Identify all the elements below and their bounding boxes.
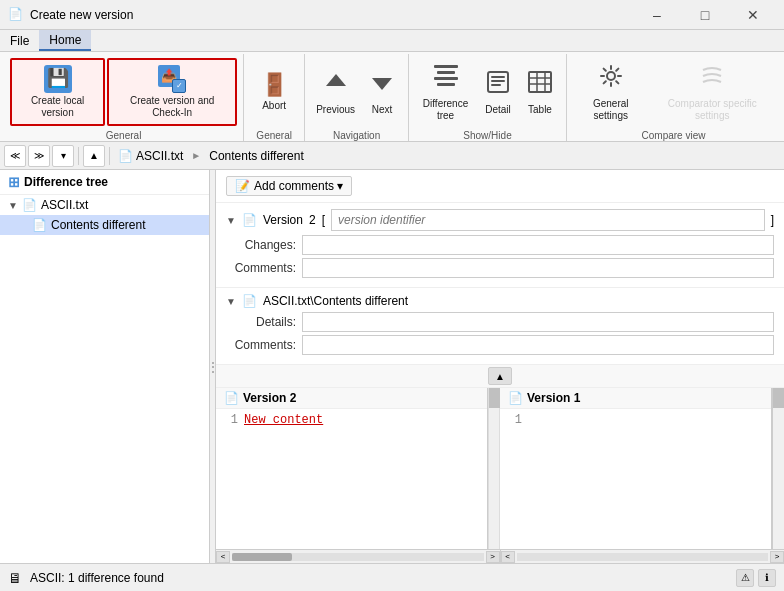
svg-point-15 [607,72,615,80]
breadcrumb-file[interactable]: 📄 ASCII.txt [114,148,187,164]
scroll-right-v2[interactable]: > [486,551,500,563]
line-row-v2-1: 1 New content [220,413,483,427]
status-text: ASCII: 1 difference found [30,571,164,585]
next-icon [368,68,396,102]
info-badge[interactable]: ℹ [758,569,776,587]
tree-root-label: ASCII.txt [41,198,88,212]
minimize-button[interactable]: – [634,0,680,30]
status-app-icon: 🖥 [8,570,22,586]
comparator-icon [698,62,726,96]
forward-button[interactable]: ≫ [28,145,50,167]
version-bracket-close: ] [771,213,774,227]
compare-scroll-top: ▲ [216,365,784,388]
details-input[interactable] [302,312,774,332]
breadcrumb-contents[interactable]: Contents different [205,148,308,164]
compare-panel-v1-content: 1 [500,409,771,549]
compare-panel-v1-title: Version 1 [527,391,580,405]
compare-scrollbar-right [488,388,500,549]
h-scroll-track-v1 [517,553,769,561]
menu-file[interactable]: File [0,30,39,51]
menu-home[interactable]: Home [39,30,91,51]
gear-icon [597,62,625,96]
file-comments-input[interactable] [302,335,774,355]
create-local-version-button[interactable]: 💾 Create local version [10,58,105,126]
line-num-v1-1: 1 [504,413,522,427]
version-collapse-btn[interactable]: ▼ [226,215,236,226]
version-id-input[interactable] [331,209,765,231]
abort-button[interactable]: 🚪 Abort [250,58,298,126]
scroll-up-button[interactable]: ▲ [488,367,512,385]
compare-panel-version1-header: 📄 Version 1 [500,388,771,409]
svg-rect-2 [434,65,458,68]
add-comments-button[interactable]: 📝 Add comments ▾ [226,176,352,196]
general-settings-button[interactable]: General settings [573,58,649,126]
h-scroll-v1: < > [501,550,785,563]
svg-rect-5 [437,83,455,86]
compare-panels: 📄 Version 2 1 New content [216,388,784,549]
ribbon-group-label-nav: Navigation [333,128,380,143]
version-section: ▼ 📄 Version 2 [ ] Changes: Comments: [216,203,784,288]
comments-row: Comments: [226,258,774,278]
file-path-label: ASCII.txt\Contents different [263,294,408,308]
svg-marker-0 [326,74,346,86]
version-doc-icon: 📄 [242,213,257,227]
file-icon: 📄 [118,149,133,163]
comments-label: Comments: [226,261,296,275]
compare-panel-version1: 📄 Version 1 1 [500,388,772,549]
abort-icon: 🚪 [261,72,288,98]
back-button[interactable]: ≪ [4,145,26,167]
tree-header: ⊞ Difference tree [0,170,209,195]
svg-rect-9 [491,84,501,86]
tree-root-node[interactable]: ▼ 📄 ASCII.txt [0,195,209,215]
svg-rect-3 [437,71,455,74]
table-button[interactable]: Table [520,58,560,126]
tree-header-label: Difference tree [24,175,108,189]
comments-input[interactable] [302,258,774,278]
changes-input[interactable] [302,235,774,255]
compare-panel-v1-icon: 📄 [508,391,523,405]
next-button[interactable]: Next [362,58,402,126]
file-section: ▼ 📄 ASCII.txt\Contents different Details… [216,288,784,365]
changes-row: Changes: [226,235,774,255]
scroll-right-v1[interactable]: > [770,551,784,563]
svg-rect-10 [529,72,551,92]
compare-panel-version2-header: 📄 Version 2 [216,388,487,409]
app-icon: 📄 [8,7,24,23]
version-bracket-open: [ [322,213,325,227]
create-version-checkin-button[interactable]: 📤 ✓ Create version and Check-In [107,58,237,126]
dropdown-button[interactable]: ▾ [52,145,74,167]
svg-rect-7 [491,76,505,78]
right-scrollbar-thumb [773,388,784,408]
warning-badge[interactable]: ⚠ [736,569,754,587]
close-button[interactable]: ✕ [730,0,776,30]
window-controls: – □ ✕ [634,0,776,30]
file-icon-small: 📄 [242,294,257,308]
tree-child-node[interactable]: 📄 Contents different [0,215,209,235]
compare-panel-v2-icon: 📄 [224,391,239,405]
status-right: ⚠ ℹ [736,569,776,587]
up-button[interactable]: ▲ [83,145,105,167]
scroll-left-v2[interactable]: < [216,551,230,563]
left-panel: ⊞ Difference tree ▼ 📄 ASCII.txt 📄 Conten… [0,170,210,563]
ribbon-group-label-abort: General [256,128,292,143]
ribbon-group-buttons-general: 💾 Create local version 📤 ✓ Create versio… [8,54,239,128]
scroll-left-v1[interactable]: < [501,551,515,563]
detail-icon [484,68,512,102]
detail-button[interactable]: Detail [478,58,518,126]
difference-tree-button[interactable]: Difference tree [415,58,476,126]
changes-label: Changes: [226,238,296,252]
comparator-settings-button[interactable]: Comparator specific settings [650,58,774,126]
file-collapse-btn[interactable]: ▼ [226,296,236,307]
status-bar: 🖥 ASCII: 1 difference found ⚠ ℹ [0,563,784,591]
line-content-v2-1: New content [244,413,323,427]
previous-button[interactable]: Previous [311,58,360,126]
right-scrollbar [772,388,784,549]
maximize-button[interactable]: □ [682,0,728,30]
h-scroll-thumb-v2 [232,553,292,561]
collapse-icon[interactable]: ▼ [8,200,18,211]
nav-separator [78,147,79,165]
version-label: Version [263,213,303,227]
main-container: ⊞ Difference tree ▼ 📄 ASCII.txt 📄 Conten… [0,170,784,563]
folder-icon: 📄 [22,198,37,212]
ribbon: 💾 Create local version 📤 ✓ Create versio… [0,52,784,142]
